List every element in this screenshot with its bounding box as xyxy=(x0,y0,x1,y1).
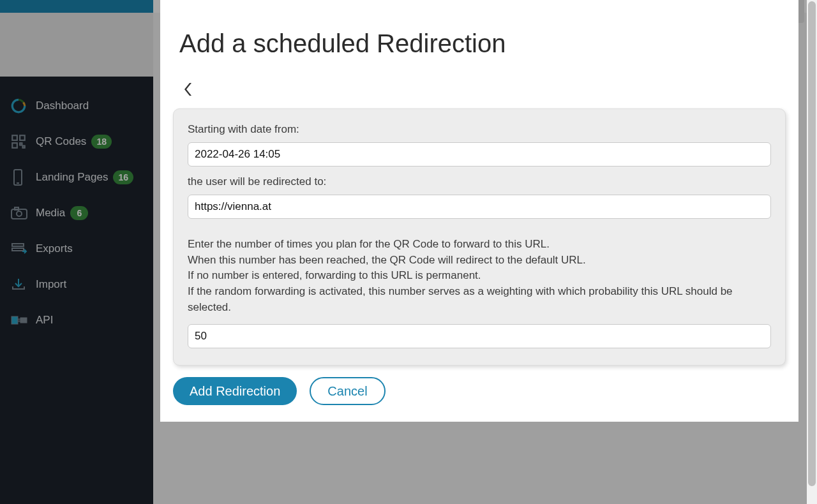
app-root: Dashboard QR Codes 18 Landing Pages 16 xyxy=(0,0,817,504)
count-help-text: Enter the number of times you plan for t… xyxy=(188,237,771,315)
add-redirection-button[interactable]: Add Redirection xyxy=(173,377,297,405)
date-input[interactable] xyxy=(188,142,771,167)
count-help-line: Enter the number of times you plan for t… xyxy=(188,237,771,253)
redirection-form-card: Starting with date from: the user will b… xyxy=(173,108,786,366)
count-help-line: If the random forwarding is activated, t… xyxy=(188,284,771,315)
modal-title: Add a scheduled Redirection xyxy=(179,29,779,58)
count-help-line: If no number is entered, forwarding to t… xyxy=(188,268,771,284)
back-button[interactable] xyxy=(179,80,199,99)
url-label: the user will be redirected to: xyxy=(188,175,771,188)
scrollbar-thumb[interactable] xyxy=(808,1,816,486)
chevron-left-icon xyxy=(183,80,195,98)
date-label: Starting with date from: xyxy=(188,123,771,136)
vertical-scrollbar[interactable] xyxy=(807,0,817,504)
cancel-button[interactable]: Cancel xyxy=(310,377,385,405)
modal-actions: Add Redirection Cancel xyxy=(160,366,798,422)
url-input[interactable] xyxy=(188,195,771,219)
count-help-line: When this number has been reached, the Q… xyxy=(188,253,771,269)
modal-add-redirection: Add a scheduled Redirection Starting wit… xyxy=(160,0,798,422)
count-input[interactable] xyxy=(188,324,771,348)
